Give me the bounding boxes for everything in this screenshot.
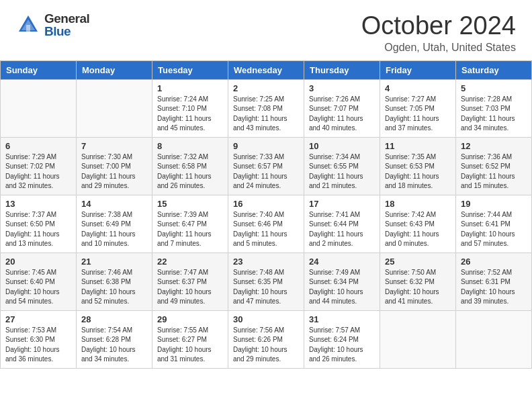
col-saturday: Saturday	[456, 60, 532, 79]
day-info: Sunrise: 7:38 AM Sunset: 6:49 PM Dayligh…	[81, 210, 147, 249]
page: General Blue October 2024 Ogden, Utah, U…	[0, 0, 532, 411]
logo-name: General Blue	[44, 12, 89, 38]
table-row	[1, 79, 77, 137]
table-row: 20Sunrise: 7:45 AM Sunset: 6:40 PM Dayli…	[1, 253, 77, 310]
table-row: 31Sunrise: 7:57 AM Sunset: 6:24 PM Dayli…	[304, 310, 380, 368]
table-row: 19Sunrise: 7:44 AM Sunset: 6:41 PM Dayli…	[456, 195, 532, 253]
day-info: Sunrise: 7:45 AM Sunset: 6:40 PM Dayligh…	[5, 268, 71, 307]
day-number: 27	[5, 314, 71, 324]
day-info: Sunrise: 7:53 AM Sunset: 6:30 PM Dayligh…	[5, 326, 71, 365]
col-thursday: Thursday	[304, 60, 380, 79]
day-info: Sunrise: 7:24 AM Sunset: 7:10 PM Dayligh…	[157, 95, 223, 134]
day-info: Sunrise: 7:56 AM Sunset: 6:26 PM Dayligh…	[233, 326, 299, 365]
table-row: 3Sunrise: 7:26 AM Sunset: 7:07 PM Daylig…	[304, 79, 380, 137]
day-number: 15	[157, 199, 223, 209]
day-info: Sunrise: 7:48 AM Sunset: 6:35 PM Dayligh…	[233, 268, 299, 307]
table-row: 13Sunrise: 7:37 AM Sunset: 6:50 PM Dayli…	[1, 195, 77, 253]
table-row: 30Sunrise: 7:56 AM Sunset: 6:26 PM Dayli…	[228, 310, 304, 368]
table-row: 18Sunrise: 7:42 AM Sunset: 6:43 PM Dayli…	[380, 195, 456, 253]
day-info: Sunrise: 7:40 AM Sunset: 6:46 PM Dayligh…	[233, 210, 299, 249]
day-number: 26	[461, 257, 527, 267]
table-row: 8Sunrise: 7:32 AM Sunset: 6:58 PM Daylig…	[152, 137, 228, 195]
table-row: 14Sunrise: 7:38 AM Sunset: 6:49 PM Dayli…	[77, 195, 152, 253]
table-row: 2Sunrise: 7:25 AM Sunset: 7:08 PM Daylig…	[228, 79, 304, 137]
day-info: Sunrise: 7:37 AM Sunset: 6:50 PM Dayligh…	[5, 210, 71, 249]
calendar-week-row: 13Sunrise: 7:37 AM Sunset: 6:50 PM Dayli…	[1, 195, 532, 253]
day-info: Sunrise: 7:35 AM Sunset: 6:53 PM Dayligh…	[385, 152, 451, 191]
day-info: Sunrise: 7:47 AM Sunset: 6:37 PM Dayligh…	[157, 268, 223, 307]
table-row: 29Sunrise: 7:55 AM Sunset: 6:27 PM Dayli…	[152, 310, 228, 368]
table-row: 12Sunrise: 7:36 AM Sunset: 6:52 PM Dayli…	[456, 137, 532, 195]
table-row: 10Sunrise: 7:34 AM Sunset: 6:55 PM Dayli…	[304, 137, 380, 195]
month-title: October 2024	[361, 12, 516, 40]
svg-rect-2	[26, 25, 30, 32]
col-sunday: Sunday	[1, 60, 77, 79]
day-number: 28	[81, 314, 147, 324]
table-row: 27Sunrise: 7:53 AM Sunset: 6:30 PM Dayli…	[1, 310, 77, 368]
day-number: 23	[233, 257, 299, 267]
logo-general-text: General	[44, 12, 89, 25]
calendar-week-row: 6Sunrise: 7:29 AM Sunset: 7:02 PM Daylig…	[1, 137, 532, 195]
table-row: 11Sunrise: 7:35 AM Sunset: 6:53 PM Dayli…	[380, 137, 456, 195]
day-info: Sunrise: 7:49 AM Sunset: 6:34 PM Dayligh…	[309, 268, 375, 307]
day-info: Sunrise: 7:46 AM Sunset: 6:38 PM Dayligh…	[81, 268, 147, 307]
day-number: 31	[309, 314, 375, 324]
table-row: 25Sunrise: 7:50 AM Sunset: 6:32 PM Dayli…	[380, 253, 456, 310]
day-number: 25	[385, 257, 451, 267]
day-number: 9	[233, 141, 299, 151]
day-number: 30	[233, 314, 299, 324]
table-row: 6Sunrise: 7:29 AM Sunset: 7:02 PM Daylig…	[1, 137, 77, 195]
day-info: Sunrise: 7:55 AM Sunset: 6:27 PM Dayligh…	[157, 326, 223, 365]
day-number: 10	[309, 141, 375, 151]
calendar-header-row: Sunday Monday Tuesday Wednesday Thursday…	[1, 60, 532, 79]
day-info: Sunrise: 7:42 AM Sunset: 6:43 PM Dayligh…	[385, 210, 451, 249]
table-row: 7Sunrise: 7:30 AM Sunset: 7:00 PM Daylig…	[77, 137, 152, 195]
table-row: 26Sunrise: 7:52 AM Sunset: 6:31 PM Dayli…	[456, 253, 532, 310]
day-info: Sunrise: 7:57 AM Sunset: 6:24 PM Dayligh…	[309, 326, 375, 365]
day-number: 16	[233, 199, 299, 209]
day-info: Sunrise: 7:44 AM Sunset: 6:41 PM Dayligh…	[461, 210, 527, 249]
day-info: Sunrise: 7:36 AM Sunset: 6:52 PM Dayligh…	[461, 152, 527, 191]
day-info: Sunrise: 7:50 AM Sunset: 6:32 PM Dayligh…	[385, 268, 451, 307]
day-number: 13	[5, 199, 71, 209]
calendar-table: Sunday Monday Tuesday Wednesday Thursday…	[0, 60, 532, 369]
day-info: Sunrise: 7:41 AM Sunset: 6:44 PM Dayligh…	[309, 210, 375, 249]
day-number: 22	[157, 257, 223, 267]
day-info: Sunrise: 7:29 AM Sunset: 7:02 PM Dayligh…	[5, 152, 71, 191]
col-friday: Friday	[380, 60, 456, 79]
table-row: 5Sunrise: 7:28 AM Sunset: 7:03 PM Daylig…	[456, 79, 532, 137]
day-number: 3	[309, 83, 375, 93]
day-info: Sunrise: 7:26 AM Sunset: 7:07 PM Dayligh…	[309, 95, 375, 134]
day-number: 8	[157, 141, 223, 151]
col-monday: Monday	[77, 60, 152, 79]
table-row: 15Sunrise: 7:39 AM Sunset: 6:47 PM Dayli…	[152, 195, 228, 253]
day-info: Sunrise: 7:27 AM Sunset: 7:05 PM Dayligh…	[385, 95, 451, 134]
day-number: 5	[461, 83, 527, 93]
day-info: Sunrise: 7:54 AM Sunset: 6:28 PM Dayligh…	[81, 326, 147, 365]
day-number: 21	[81, 257, 147, 267]
table-row: 4Sunrise: 7:27 AM Sunset: 7:05 PM Daylig…	[380, 79, 456, 137]
day-info: Sunrise: 7:34 AM Sunset: 6:55 PM Dayligh…	[309, 152, 375, 191]
logo-icon	[16, 13, 40, 37]
day-number: 17	[309, 199, 375, 209]
day-info: Sunrise: 7:28 AM Sunset: 7:03 PM Dayligh…	[461, 95, 527, 134]
day-number: 24	[309, 257, 375, 267]
day-number: 4	[385, 83, 451, 93]
day-info: Sunrise: 7:32 AM Sunset: 6:58 PM Dayligh…	[157, 152, 223, 191]
day-number: 2	[233, 83, 299, 93]
calendar-week-row: 27Sunrise: 7:53 AM Sunset: 6:30 PM Dayli…	[1, 310, 532, 368]
table-row: 21Sunrise: 7:46 AM Sunset: 6:38 PM Dayli…	[77, 253, 152, 310]
day-info: Sunrise: 7:33 AM Sunset: 6:57 PM Dayligh…	[233, 152, 299, 191]
day-number: 19	[461, 199, 527, 209]
title-block: October 2024 Ogden, Utah, United States	[361, 12, 516, 54]
day-number: 11	[385, 141, 451, 151]
logo: General Blue	[16, 12, 89, 38]
day-number: 7	[81, 141, 147, 151]
day-number: 29	[157, 314, 223, 324]
table-row: 16Sunrise: 7:40 AM Sunset: 6:46 PM Dayli…	[228, 195, 304, 253]
logo-blue-text: Blue	[44, 25, 89, 38]
day-number: 20	[5, 257, 71, 267]
day-info: Sunrise: 7:39 AM Sunset: 6:47 PM Dayligh…	[157, 210, 223, 249]
col-wednesday: Wednesday	[228, 60, 304, 79]
calendar-week-row: 20Sunrise: 7:45 AM Sunset: 6:40 PM Dayli…	[1, 253, 532, 310]
